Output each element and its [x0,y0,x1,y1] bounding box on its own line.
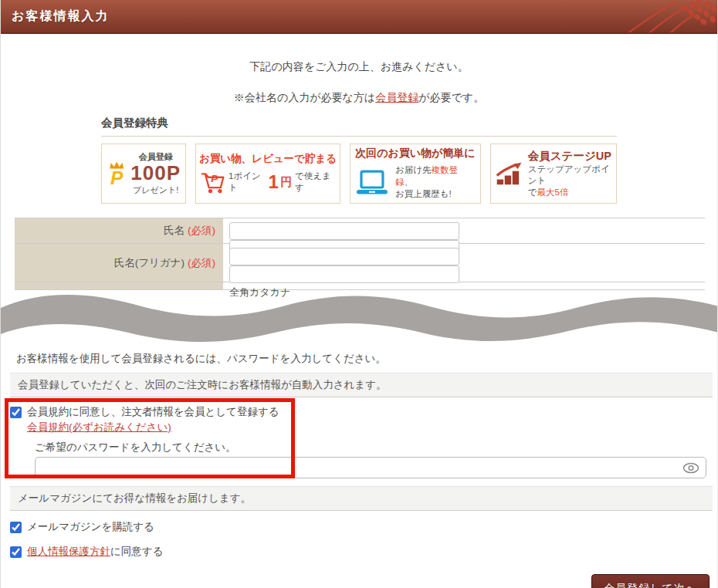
benefit1-sub: プレゼント! [130,185,181,195]
benefit-card-100p: P 会員登録 100P プレゼント! [101,144,186,204]
table-row-kana: 氏名(フリガナ)(必須) 全角カタカナ [15,244,705,282]
benefit2-title: お買い物、レビューで貯まる [199,152,337,166]
benefit1-points: 100P [130,162,181,185]
table-row-name: 氏名(必須) [15,218,705,244]
stage-up-icon [496,160,523,188]
member-agree-section: 会員規約に同意し、注文者情報を会員として登録する 会員規約(必ずお読みください)… [10,405,717,478]
mailmag-subscribe-label: メールマガジンを購読する [27,520,154,534]
benefit2-pre: 1ポイント [229,171,266,194]
password-input[interactable] [35,457,706,478]
terms-link[interactable]: 会員規約(必ずお読みください) [27,421,171,433]
privacy-policy-link[interactable]: 個人情報保護方針 [27,546,110,557]
required-badge: (必須) [188,224,215,238]
page-title: お客様情報入力 [12,8,109,25]
password-prompt: ご希望のパスワードを入力してください。 [35,441,717,454]
cart-icon: P [201,169,225,195]
terms-agree-label: 会員規約に同意し、注文者情報を会員として登録する [27,405,279,419]
last-name-kana-input[interactable] [229,248,459,265]
benefit-card-points: お買い物、レビューで貯まる P 1ポイント1円で使えます [195,144,340,204]
svg-text:P: P [211,173,218,184]
benefit-card-stage-up: 会員ステージUP ステップアップポイントで最大5倍 [490,144,617,204]
last-name-input[interactable] [229,222,459,240]
required-badge: (必須) [188,256,215,270]
rice-plant-icon [601,0,717,34]
eye-icon [682,462,699,474]
first-name-kana-input[interactable] [229,265,459,283]
customer-form-table: 氏名(必須) 氏名(フリガナ)(必須) 全角カタカナ [15,218,705,290]
mailmag-subscribe-checkbox[interactable] [10,522,22,533]
point-coin-icon: P [107,157,127,190]
mailmag-info-bar: メールマガジンにてお得な情報をお届けします。 [10,486,713,511]
benefits-heading: 会員登録特典 [101,116,617,137]
page-header: お客様情報入力 [1,0,717,34]
register-and-next-button[interactable]: 会員登録して次へ [591,574,710,588]
password-intro-text: お客様情報を使用して会員登録されるには、パスワードを入力してください。 [16,352,717,366]
benefit2-yen: 円 [280,175,292,190]
benefits-section: 会員登録特典 P 会員登録 100P プレゼント! お買い物、レビューで貯まる [101,116,617,204]
password-visibility-toggle[interactable] [682,462,699,474]
screenshot-tear-wave [1,285,717,345]
benefit3-title: 次回のお買い物が簡単に [355,147,476,161]
member-register-link[interactable]: 会員登録 [375,91,418,103]
privacy-agree-checkbox[interactable] [10,546,22,558]
benefit2-post: で使えます [295,171,335,194]
customer-info-page: お客様情報入力 下記の内容をご入力の上、お進みください [0,0,718,588]
terms-agree-checkbox[interactable] [10,407,22,418]
laptop-icon [355,170,389,196]
company-note: ※会社名の入力が必要な方は会員登録が必要です。 [1,91,717,105]
intro-text: 下記の内容をご入力の上、お進みください。 [1,60,717,74]
benefit2-big: 1 [269,173,279,191]
benefit-card-easy-order: 次回のお買い物が簡単に お届け先複数登録、 お買上履歴も! [350,144,481,204]
name-label: 氏名(必須) [15,218,223,243]
benefit4-title: 会員ステージUP [528,149,611,164]
member-info-bar: 会員登録していただくと、次回のご注文時にお客様情報が自動入力されます。 [10,373,713,397]
kana-label: 氏名(フリガナ)(必須) [15,244,223,282]
privacy-agree-label: 個人情報保護方針に同意する [27,545,163,559]
svg-text:P: P [110,167,124,188]
